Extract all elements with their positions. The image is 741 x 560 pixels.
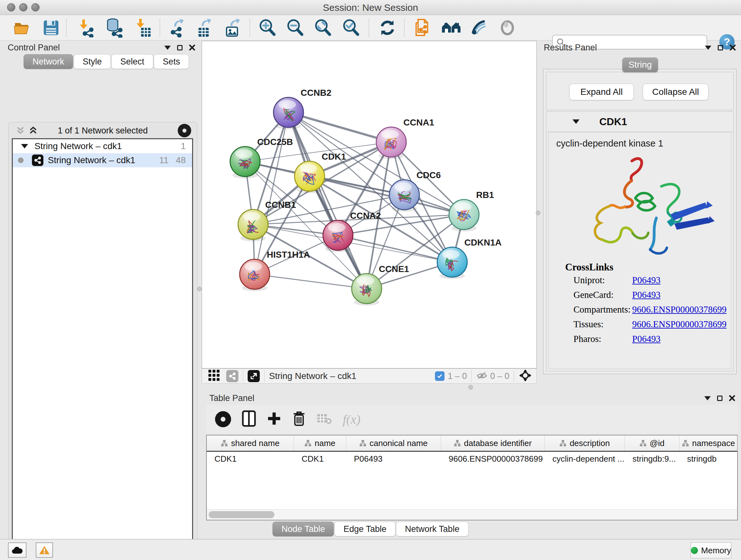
crosslink-value[interactable]: P06493 bbox=[632, 334, 661, 344]
column-header-description[interactable]: description bbox=[545, 435, 625, 451]
crosslink-value[interactable]: 9606.ENSP00000378699 bbox=[632, 304, 727, 315]
grid-view-icon[interactable] bbox=[208, 369, 220, 383]
close-panel-icon[interactable] bbox=[730, 44, 736, 51]
tab-sets[interactable]: Sets bbox=[154, 54, 189, 69]
network-node-cdc25b[interactable] bbox=[230, 146, 260, 179]
save-session-icon[interactable] bbox=[41, 17, 61, 38]
panel-divider-handle[interactable] bbox=[536, 211, 540, 215]
open-in-new-window-icon[interactable] bbox=[248, 370, 260, 382]
collection-count: 1 bbox=[181, 141, 186, 151]
tab-network[interactable]: Network bbox=[23, 54, 73, 69]
table-cell[interactable]: stringdb bbox=[679, 452, 738, 466]
table-panel-title: Table Panel bbox=[209, 393, 254, 403]
toolbar-separator bbox=[243, 370, 243, 382]
maximize-panel-icon[interactable] bbox=[177, 45, 183, 51]
tab-edge-table[interactable]: Edge Table bbox=[334, 522, 395, 537]
network-node-ccna1[interactable] bbox=[376, 127, 406, 159]
apply-layout-icon[interactable] bbox=[377, 17, 398, 38]
close-panel-icon[interactable] bbox=[189, 44, 195, 51]
node-table[interactable]: shared namenamecanonical namedatabase id… bbox=[206, 435, 738, 520]
column-header-name[interactable]: name bbox=[294, 435, 346, 451]
crosslink-value[interactable]: 9606.ENSP00000378699 bbox=[632, 319, 727, 329]
network-node-hist1h1a[interactable] bbox=[240, 259, 270, 291]
collapse-all-button[interactable]: Collapse All bbox=[643, 84, 709, 100]
birds-eye-view-icon[interactable] bbox=[497, 17, 518, 38]
table-cell[interactable]: P06493 bbox=[346, 452, 441, 466]
tab-node-table[interactable]: Node Table bbox=[273, 522, 334, 537]
float-panel-icon[interactable] bbox=[164, 46, 171, 50]
table-cell[interactable]: 9606.ENSP00000378699 bbox=[441, 452, 545, 466]
birdseye-crosshair-icon[interactable] bbox=[519, 369, 532, 383]
results-panel-title: Results Panel bbox=[544, 43, 597, 53]
tab-style[interactable]: Style bbox=[74, 54, 111, 69]
paired-houses-icon[interactable] bbox=[441, 17, 461, 38]
column-header-@id[interactable]: @id bbox=[625, 435, 679, 451]
crosslink-value[interactable]: P06493 bbox=[632, 290, 661, 300]
float-panel-icon[interactable] bbox=[704, 396, 711, 400]
column-header-namespace[interactable]: namespace bbox=[679, 435, 738, 451]
zoom-in-icon[interactable] bbox=[257, 17, 278, 38]
horizontal-scrollbar[interactable] bbox=[207, 509, 737, 520]
memory-button[interactable]: Memory bbox=[690, 543, 731, 558]
network-node-ccnb2[interactable] bbox=[273, 98, 304, 129]
zoom-fit-icon[interactable] bbox=[313, 17, 333, 38]
import-network-file-icon[interactable] bbox=[76, 17, 96, 38]
network-node-rb1[interactable] bbox=[449, 199, 479, 232]
disclosure-triangle-icon[interactable] bbox=[572, 119, 580, 124]
import-network-database-icon[interactable] bbox=[104, 17, 125, 38]
add-column-icon[interactable] bbox=[267, 411, 281, 427]
column-header-canonical-name[interactable]: canonical name bbox=[346, 435, 441, 451]
export-network-icon[interactable] bbox=[166, 17, 187, 38]
scrollbar-thumb[interactable] bbox=[209, 511, 274, 518]
network-node-ccnb1[interactable] bbox=[238, 209, 268, 241]
node-label: RB1 bbox=[476, 190, 494, 200]
close-panel-icon[interactable] bbox=[729, 395, 735, 401]
export-image-icon[interactable] bbox=[222, 17, 243, 38]
gene-section-header[interactable]: CDK1 bbox=[546, 112, 733, 132]
network-node-ccna2[interactable] bbox=[323, 220, 353, 252]
maximize-panel-icon[interactable] bbox=[718, 45, 723, 51]
expand-all-button[interactable]: Expand All bbox=[569, 84, 634, 100]
maximize-panel-icon[interactable] bbox=[717, 395, 723, 401]
zoom-selected-icon[interactable] bbox=[341, 17, 361, 38]
crosslink-value[interactable]: P06493 bbox=[632, 275, 661, 286]
network-canvas[interactable]: CCNB2CCNA1CDC25BCDK1CDC6RB1CCNB1CCNA2CDK… bbox=[202, 41, 537, 368]
gear-icon[interactable] bbox=[178, 124, 191, 137]
import-table-icon[interactable] bbox=[133, 17, 153, 38]
graphics-details-icon[interactable] bbox=[469, 17, 489, 38]
table-cell[interactable]: CDK1 bbox=[207, 452, 294, 466]
share-view-icon[interactable] bbox=[226, 370, 239, 382]
hidden-eye-icon[interactable] bbox=[476, 371, 488, 381]
panel-divider-handle[interactable] bbox=[468, 385, 473, 389]
zoom-out-icon[interactable] bbox=[285, 17, 306, 38]
network-row[interactable]: String Network – cdk1 11 48 bbox=[13, 153, 192, 167]
network-node-cdkn1a[interactable] bbox=[437, 247, 467, 279]
cloud-button[interactable] bbox=[8, 543, 26, 558]
warning-button[interactable] bbox=[36, 543, 53, 558]
disclosure-triangle-icon[interactable] bbox=[21, 144, 28, 148]
delete-column-icon[interactable] bbox=[292, 411, 306, 428]
select-columns-icon[interactable] bbox=[242, 410, 256, 428]
open-session-icon[interactable] bbox=[12, 17, 32, 38]
column-header-shared-name[interactable]: shared name bbox=[207, 435, 294, 451]
network-node-cdk1[interactable] bbox=[294, 161, 325, 193]
network-node-ccne1[interactable] bbox=[352, 273, 382, 306]
table-settings-gear-icon[interactable] bbox=[215, 411, 231, 427]
table-cell[interactable]: cyclin-dependent ... bbox=[545, 452, 625, 466]
network-node-cdc6[interactable] bbox=[389, 180, 419, 212]
selected-checkbox-icon[interactable] bbox=[435, 371, 445, 381]
tab-select[interactable]: Select bbox=[111, 54, 153, 69]
float-panel-icon[interactable] bbox=[705, 46, 711, 50]
tab-network-table[interactable]: Network Table bbox=[396, 522, 468, 537]
export-table-icon[interactable] bbox=[194, 17, 214, 38]
column-header-database-identifier[interactable]: database identifier bbox=[441, 435, 545, 451]
table-row[interactable]: CDK1CDK1P064939606.ENSP00000378699cyclin… bbox=[207, 452, 737, 466]
network-graph[interactable]: CCNB2CCNA1CDC25BCDK1CDC6RB1CCNB1CCNA2CDK… bbox=[202, 41, 536, 368]
panel-divider-handle[interactable] bbox=[197, 287, 202, 291]
table-cell[interactable]: stringdb:9... bbox=[625, 452, 679, 466]
network-collection-row[interactable]: String Network – cdk1 1 bbox=[13, 139, 192, 153]
table-cell[interactable]: CDK1 bbox=[294, 452, 346, 466]
column-type-icon bbox=[221, 440, 228, 447]
tab-string[interactable]: String bbox=[622, 57, 658, 72]
new-network-from-selection-icon[interactable] bbox=[413, 17, 433, 38]
